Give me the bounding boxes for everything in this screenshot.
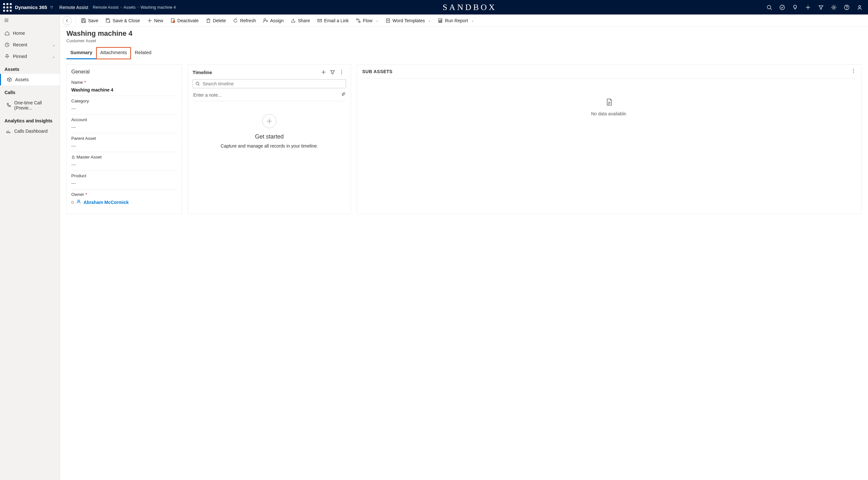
svg-point-66 — [853, 72, 854, 73]
field-owner[interactable]: Owner* Abraham McCormick — [71, 190, 177, 208]
sidebar-toggle[interactable] — [0, 14, 60, 27]
svg-rect-2 — [10, 3, 12, 5]
sidebar-item-label: One-time Call (Previe... — [14, 100, 55, 110]
document-icon — [366, 98, 853, 107]
refresh-button[interactable]: Refresh — [230, 16, 259, 25]
timeline-search[interactable] — [192, 79, 346, 88]
section-title: SUB ASSETS — [362, 69, 851, 74]
sitemap-sidebar: Home Recent ⌄ Pinned ⌄ Assets Assets Cal… — [0, 14, 60, 480]
section-title: General — [71, 68, 177, 77]
task-icon[interactable] — [776, 2, 788, 13]
record-entity-type: Customer Asset — [66, 38, 862, 43]
svg-point-65 — [853, 71, 854, 71]
field-value: --- — [71, 181, 177, 186]
new-button[interactable]: New — [144, 16, 166, 25]
field-value: Washing machine 4 — [71, 87, 177, 93]
svg-rect-46 — [386, 19, 390, 23]
svg-point-40 — [264, 19, 266, 21]
sidebar-section-analytics: Analytics and Insights — [0, 114, 60, 125]
back-button[interactable] — [63, 16, 72, 25]
search-icon[interactable] — [764, 2, 775, 13]
person-icon[interactable] — [854, 2, 865, 13]
sidebar-item-onetime-call[interactable]: One-time Call (Previe... — [0, 97, 60, 114]
record-header: Washing machine 4 Customer Asset Summary… — [60, 27, 868, 60]
timeline-get-started-button[interactable] — [262, 114, 276, 128]
form-body: General Name* Washing machine 4 Category… — [60, 60, 868, 219]
svg-rect-1 — [6, 3, 8, 5]
app-name[interactable]: Remote Assist — [59, 5, 88, 10]
chevron-right-icon: › — [137, 5, 138, 9]
search-icon — [195, 81, 200, 86]
field-category[interactable]: Category --- — [71, 96, 177, 115]
sidebar-home-label: Home — [13, 31, 25, 36]
breadcrumb-item[interactable]: Washing machine 4 — [141, 5, 176, 10]
global-actions — [764, 2, 865, 13]
svg-rect-50 — [439, 21, 440, 22]
chevron-down-icon: ⌄ — [376, 19, 378, 22]
flow-button[interactable]: Flow⌄ — [352, 16, 381, 25]
tab-related[interactable]: Related — [131, 47, 155, 59]
timeline-more-button[interactable] — [337, 68, 346, 77]
person-icon — [76, 199, 81, 205]
field-value: --- — [71, 162, 177, 167]
svg-point-9 — [767, 5, 771, 9]
add-icon[interactable] — [802, 2, 814, 13]
sidebar-recent[interactable]: Recent ⌄ — [0, 39, 60, 50]
svg-point-57 — [341, 70, 342, 71]
email-link-button[interactable]: Email a Link — [314, 16, 352, 25]
delete-button[interactable]: Delete — [203, 16, 229, 25]
section-title: Timeline — [192, 70, 319, 75]
sidebar-item-calls-dashboard[interactable]: Calls Dashboard — [0, 125, 60, 137]
help-icon[interactable] — [841, 2, 852, 13]
svg-point-58 — [341, 72, 342, 72]
sidebar-item-assets[interactable]: Assets — [0, 74, 60, 85]
sidebar-pinned-label: Pinned — [13, 54, 27, 59]
required-indicator: * — [86, 192, 87, 197]
svg-marker-56 — [331, 71, 335, 74]
field-master-asset[interactable]: Master Asset --- — [71, 152, 177, 171]
svg-point-60 — [196, 82, 199, 85]
chevron-down-icon: ⌄ — [52, 43, 55, 47]
svg-rect-29 — [83, 19, 84, 20]
app-launcher[interactable] — [3, 3, 12, 12]
sidebar-home[interactable]: Home — [0, 27, 60, 39]
owner-link[interactable]: Abraham McCormick — [84, 200, 129, 205]
breadcrumb-item[interactable]: Remote Assist — [93, 5, 119, 10]
lightbulb-icon[interactable] — [789, 2, 801, 13]
breadcrumb-item[interactable]: Assets — [124, 5, 136, 10]
svg-rect-4 — [6, 6, 8, 8]
word-templates-button[interactable]: Word Templates⌄ — [382, 16, 434, 25]
field-product[interactable]: Product --- — [71, 171, 177, 190]
save-button[interactable]: Save — [78, 16, 102, 25]
timeline-add-button[interactable] — [319, 68, 328, 77]
svg-point-59 — [341, 73, 342, 74]
deactivate-button[interactable]: Deactivate — [167, 16, 202, 25]
subassets-more-button[interactable] — [851, 68, 856, 74]
attachment-icon[interactable] — [341, 92, 345, 98]
filter-icon[interactable] — [815, 2, 827, 13]
save-close-button[interactable]: Save & Close — [102, 16, 143, 25]
svg-rect-6 — [3, 10, 5, 11]
share-button[interactable]: Share — [287, 16, 313, 25]
svg-rect-52 — [72, 157, 74, 159]
chevron-down-icon: ⌄ — [471, 19, 474, 22]
field-parent-asset[interactable]: Parent Asset --- — [71, 133, 177, 152]
assign-button[interactable]: Assign — [260, 16, 287, 25]
brand-name[interactable]: Dynamics 365 — [15, 4, 47, 10]
svg-marker-15 — [819, 5, 823, 9]
tab-attachments[interactable]: Attachments — [96, 47, 131, 59]
main-content: Save Save & Close New Deactivate Delete … — [60, 14, 868, 480]
timeline-search-input[interactable] — [203, 81, 343, 86]
run-report-button[interactable]: Run Report⌄ — [434, 16, 477, 25]
svg-point-18 — [847, 9, 847, 9]
timeline-filter-button[interactable] — [328, 68, 337, 77]
chevron-down-icon[interactable]: ▽ — [50, 5, 53, 9]
gear-icon[interactable] — [828, 2, 840, 13]
field-account[interactable]: Account --- — [71, 115, 177, 133]
sidebar-pinned[interactable]: Pinned ⌄ — [0, 50, 60, 62]
field-name[interactable]: Name* Washing machine 4 — [71, 77, 177, 96]
tab-summary[interactable]: Summary — [66, 47, 96, 59]
timeline-note-input[interactable]: Enter a note... — [192, 90, 346, 101]
record-title: Washing machine 4 — [66, 29, 862, 38]
required-indicator: * — [84, 80, 86, 85]
